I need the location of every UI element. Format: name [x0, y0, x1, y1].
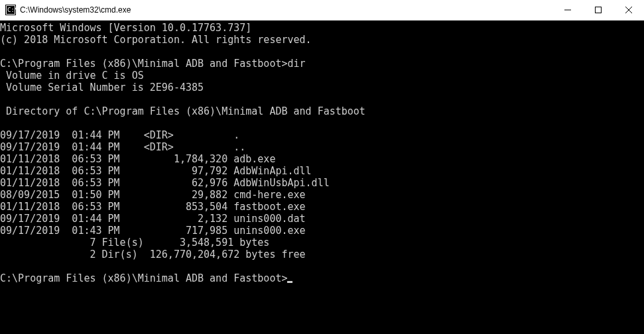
dir-entry: 09/17/2019 01:43 PM 717,985 unins000.exe [0, 225, 644, 237]
window-title: C:\Windows\system32\cmd.exe [20, 5, 552, 15]
terminal-blank [0, 260, 644, 272]
dir-summary-dirs: 2 Dir(s) 126,770,204,672 bytes free [0, 249, 644, 260]
close-button[interactable] [613, 0, 644, 20]
dir-entry: 01/11/2018 06:53 PM 1,784,320 adb.exe [0, 153, 644, 165]
terminal-area[interactable]: Microsoft Windows [Version 10.0.17763.73… [0, 21, 644, 334]
prompt-path: C:\Program Files (x86)\Minimal ADB and F… [0, 58, 287, 70]
prompt-path: C:\Program Files (x86)\Minimal ADB and F… [0, 272, 287, 284]
terminal-blank [0, 46, 644, 58]
dir-entry: 08/09/2015 01:50 PM 29,882 cmd-here.exe [0, 189, 644, 201]
window-controls [552, 0, 644, 20]
dir-entry: 09/17/2019 01:44 PM <DIR> .. [0, 141, 644, 153]
terminal-line: Microsoft Windows [Version 10.0.17763.73… [0, 22, 644, 34]
terminal-line: (c) 2018 Microsoft Corporation. All righ… [0, 34, 644, 46]
cmd-icon: C:\ [5, 5, 16, 15]
svg-rect-5 [596, 7, 602, 13]
terminal-line: Directory of C:\Program Files (x86)\Mini… [0, 105, 644, 117]
terminal-blank [0, 93, 644, 105]
titlebar[interactable]: C:\ C:\Windows\system32\cmd.exe [0, 0, 644, 21]
dir-entry: 01/11/2018 06:53 PM 62,976 AdbWinUsbApi.… [0, 177, 644, 189]
cmd-window: C:\ C:\Windows\system32\cmd.exe Microsof… [0, 0, 644, 334]
dir-summary-files: 7 File(s) 3,548,591 bytes [0, 237, 644, 249]
svg-text:C:\: C:\ [7, 7, 16, 13]
terminal-line: Volume in drive C is OS [0, 70, 644, 82]
dir-entry: 01/11/2018 06:53 PM 97,792 AdbWinApi.dll [0, 165, 644, 177]
dir-entry: 01/11/2018 06:53 PM 853,504 fastboot.exe [0, 201, 644, 213]
terminal-line: Volume Serial Number is 2E96-4385 [0, 82, 644, 93]
terminal-blank [0, 117, 644, 129]
dir-entry: 09/17/2019 01:44 PM 2,132 unins000.dat [0, 213, 644, 225]
terminal-prompt-line: C:\Program Files (x86)\Minimal ADB and F… [0, 58, 644, 70]
text-cursor [287, 281, 292, 283]
typed-command: dir [287, 58, 305, 70]
maximize-button[interactable] [583, 0, 613, 20]
minimize-button[interactable] [552, 0, 583, 20]
terminal-prompt-line[interactable]: C:\Program Files (x86)\Minimal ADB and F… [0, 272, 644, 284]
dir-entry: 09/17/2019 01:44 PM <DIR> . [0, 129, 644, 141]
